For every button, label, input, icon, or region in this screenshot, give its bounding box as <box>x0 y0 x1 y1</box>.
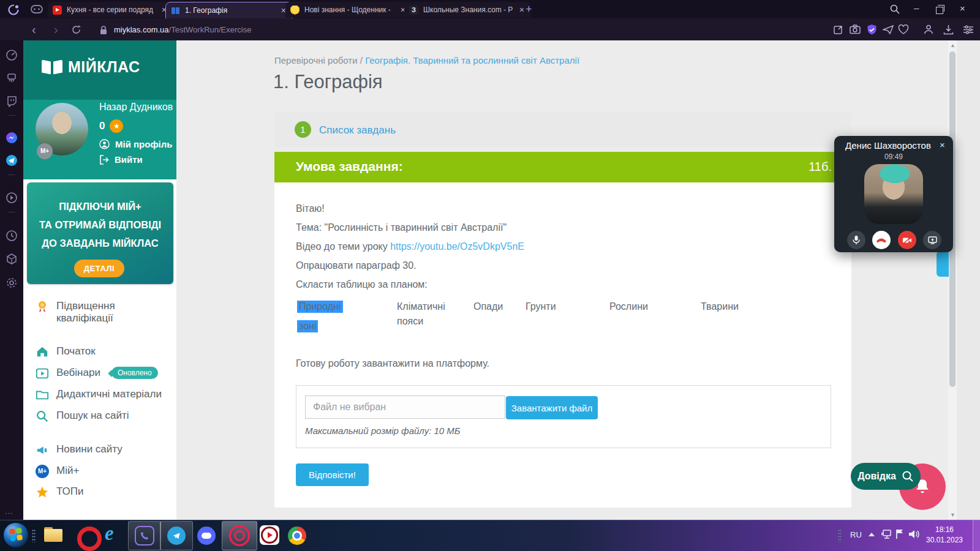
taskbar-discord-icon[interactable] <box>197 527 216 545</box>
window-close-button[interactable]: × <box>960 3 965 13</box>
my-profile-link[interactable]: Мій профіль <box>99 139 172 149</box>
sidebar-item-home[interactable]: Початок <box>36 345 96 359</box>
promo-details-button[interactable]: ДЕТАЛІ <box>74 260 124 277</box>
sidebar-item-news[interactable]: Новини сайту <box>36 443 123 457</box>
history-clock-icon[interactable] <box>6 230 18 242</box>
logout-link[interactable]: Вийти <box>99 154 143 165</box>
tray-expand-icon[interactable] <box>869 533 875 536</box>
tab-geography[interactable]: 1. Географія × <box>165 2 293 19</box>
forward-button[interactable]: › <box>54 23 58 36</box>
new-tab-button[interactable]: + <box>526 3 532 16</box>
tab-youtube[interactable]: Кухня - все серии подряд × <box>48 2 173 18</box>
rail-overflow-icon[interactable]: ··· <box>5 508 13 517</box>
sidebar-item-qualification[interactable]: Підвищення кваліфікації <box>36 300 164 324</box>
sidebar-item-materials[interactable]: Дидактичні матеріали <box>36 388 162 402</box>
mic-button[interactable] <box>847 231 865 249</box>
camera-off-icon <box>902 236 912 244</box>
opera-gx-logo-icon[interactable] <box>7 4 20 16</box>
youtube-favicon <box>53 6 62 15</box>
reload-button[interactable] <box>71 24 81 35</box>
telegram-icon <box>167 527 186 545</box>
miyklas-logo[interactable]: МІЙКЛАС <box>42 58 140 76</box>
window-restore-button[interactable] <box>936 7 943 14</box>
sidebar-item-tops[interactable]: ТОПи <box>36 485 84 499</box>
twitch-icon[interactable] <box>6 95 18 107</box>
medal-icon <box>36 300 49 313</box>
file-name-input[interactable] <box>305 395 505 419</box>
video-link[interactable]: https://youtu.be/Oz5vDkpV5nE <box>390 241 524 252</box>
bookmark-heart-icon[interactable] <box>898 24 909 34</box>
tray-grip <box>838 529 842 542</box>
tab-znanija[interactable]: З Школьные Знания.com - Р × <box>404 2 530 18</box>
settings-sliders-icon[interactable] <box>963 24 974 35</box>
submit-answer-button[interactable]: Відповісти! <box>296 463 369 486</box>
scrollbar-down-icon[interactable]: ▼ <box>950 512 956 518</box>
sidebar-item-label: Дидактичні матеріали <box>56 388 162 400</box>
pin-panel-icon[interactable] <box>833 24 843 35</box>
miyplus-avatar-badge: М+ <box>37 143 53 159</box>
action-center-flag-icon[interactable] <box>895 528 905 539</box>
start-button[interactable] <box>4 523 28 547</box>
breadcrumb-current-link[interactable]: Географія. Тваринний та рослинний світ А… <box>365 55 579 66</box>
easy-setup-brush-icon[interactable] <box>6 72 18 84</box>
folder-icon <box>36 388 49 402</box>
rail-divider <box>8 174 15 175</box>
star-badge-icon: ★ <box>110 119 123 133</box>
scrollbar-up-icon[interactable]: ▲ <box>950 42 956 48</box>
sidebar-item-miyplus[interactable]: М+ Мій+ <box>36 465 79 478</box>
sidebar-item-webinars[interactable]: Вебінари Оновлено <box>36 367 158 380</box>
extensions-box-icon[interactable] <box>6 253 18 265</box>
adblock-shield-icon[interactable] <box>866 24 878 36</box>
settings-gear-icon[interactable] <box>6 277 18 289</box>
hang-up-button[interactable] <box>872 231 891 249</box>
flow-send-icon[interactable] <box>883 25 894 34</box>
feedback-side-tab[interactable] <box>937 251 949 277</box>
messenger-icon[interactable] <box>6 132 18 144</box>
max-size-hint: Максимальний розмір файлу: 10 МБ <box>305 425 461 436</box>
breadcrumb-root[interactable]: Перевірочні роботи <box>274 55 358 66</box>
taskbar-operagx-button[interactable] <box>222 521 257 550</box>
call-overlay[interactable]: Денис Шахворостов × 09:49 <box>834 136 953 252</box>
sidebar-item-label: Пошук на сайті <box>56 410 129 422</box>
task-line: Скласти таблицю за планом: <box>296 279 428 290</box>
gx-corner-icon[interactable] <box>31 4 43 14</box>
sidebar-item-label: Початок <box>56 345 96 358</box>
player-icon[interactable] <box>6 192 18 204</box>
sidebar-item-search[interactable]: Пошук на сайті <box>36 410 129 423</box>
help-button[interactable]: Довідка <box>851 463 921 490</box>
taskbar-telegram-button[interactable] <box>160 521 193 550</box>
screen-share-button[interactable] <box>923 231 941 249</box>
my-profile-label: Мій профіль <box>115 139 172 149</box>
tab-search-icon[interactable] <box>889 4 900 15</box>
taskbar-ie-icon[interactable]: e <box>105 524 114 542</box>
snapshot-camera-icon[interactable] <box>850 24 861 34</box>
telegram-sidebar-icon[interactable] <box>6 154 18 167</box>
taskbar-chrome-icon[interactable] <box>288 527 306 545</box>
camera-off-button[interactable] <box>898 231 916 249</box>
show-desktop-button[interactable] <box>973 520 980 551</box>
call-close-icon[interactable]: × <box>940 140 945 150</box>
upload-file-button[interactable]: Завантажити файл <box>506 396 598 419</box>
language-indicator[interactable]: RU <box>850 530 862 539</box>
tab-close-icon[interactable]: × <box>518 5 526 15</box>
profile-icon[interactable] <box>923 24 934 35</box>
tab-novi-znannya[interactable]: Нові знання - Щоденник - × <box>285 2 412 18</box>
site-lock-icon[interactable] <box>99 25 108 35</box>
task-points: 11б. <box>809 160 832 174</box>
clock[interactable]: 18:16 30.01.2023 <box>922 525 967 545</box>
taskbar-viber-button[interactable] <box>128 521 161 550</box>
speed-dial-icon[interactable] <box>6 49 18 61</box>
taskbar-explorer-icon[interactable] <box>44 527 62 542</box>
table-col: пояси <box>397 316 423 327</box>
taskbar-opera-icon[interactable] <box>77 527 102 551</box>
volume-tray-icon[interactable] <box>908 529 921 539</box>
network-tray-icon[interactable] <box>881 529 892 540</box>
window-minimize-button[interactable]: – <box>914 2 919 13</box>
downloads-icon[interactable] <box>943 24 954 35</box>
address-bar[interactable]: miyklas.com.ua/TestWorkRun/Exercise <box>114 25 251 34</box>
taskbar-mediaplayer-icon[interactable] <box>260 525 279 545</box>
back-button[interactable]: ‹ <box>32 23 36 36</box>
task-list-link[interactable]: Список завдань <box>319 124 396 137</box>
user-name: Назар Дудников <box>99 102 173 113</box>
table-col-selected-word: зоні <box>297 320 318 332</box>
